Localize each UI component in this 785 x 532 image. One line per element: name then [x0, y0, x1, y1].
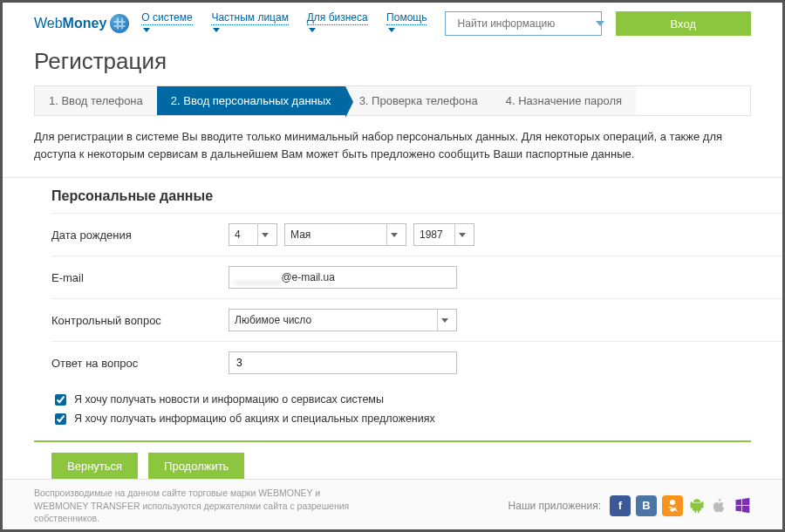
label-email: E-mail [51, 271, 222, 284]
select-question[interactable]: Любимое число [229, 309, 457, 331]
label-answer: Ответ на вопрос [51, 357, 222, 370]
brand-logo-icon [110, 14, 129, 33]
footer: Воспроизводимые на данном сайте торговые… [3, 479, 782, 529]
brand[interactable]: WebMoney [34, 14, 129, 33]
nav-personal-link[interactable]: Частным лицам [211, 11, 289, 25]
checkbox-news-input[interactable] [55, 394, 66, 406]
chevron-down-icon [386, 224, 400, 245]
row-question: Контрольный вопрос Любимое число [51, 298, 782, 341]
personal-data-panel: Персональные данные Дата рождения 4 Мая … [3, 177, 782, 432]
row-email: E-mail ________@e-mail.ua [51, 256, 782, 298]
email-masked-part: ________ [235, 271, 281, 283]
select-dob-month-value: Мая [290, 228, 311, 241]
facebook-icon[interactable]: f [610, 495, 631, 516]
app-icons: Наши приложения: f B [509, 495, 751, 516]
chevron-down-icon [388, 28, 395, 32]
vk-icon[interactable]: B [636, 495, 657, 516]
back-button[interactable]: Вернуться [51, 453, 138, 480]
apple-icon[interactable] [711, 496, 728, 515]
select-dob-year-value: 1987 [420, 228, 443, 241]
windows-icon[interactable] [734, 496, 751, 515]
action-buttons: Вернуться Продолжить [51, 453, 782, 480]
chevron-down-icon [213, 28, 220, 32]
row-dob: Дата рождения 4 Мая 1987 [51, 213, 782, 256]
nav-help-link[interactable]: Помощь [386, 11, 427, 25]
page-title: Регистрация [34, 48, 751, 75]
step-2[interactable]: 2. Ввод персональных данных [157, 86, 345, 115]
checkbox-promo-label: Я хочу получать информацию об акциях и с… [74, 410, 435, 428]
select-dob-day[interactable]: 4 [229, 223, 277, 246]
brand-text: WebMoney [34, 16, 106, 31]
label-question: Контрольный вопрос [51, 314, 222, 327]
brand-web: Web [34, 16, 63, 31]
android-icon[interactable] [688, 496, 706, 515]
checkbox-group: Я хочу получать новости и информацию о с… [51, 384, 782, 432]
nav-help[interactable]: Помощь [386, 11, 434, 36]
nav-about-link[interactable]: О системе [141, 11, 192, 25]
search-input[interactable] [456, 17, 590, 31]
login-button[interactable]: Вход [616, 11, 751, 36]
footer-copyright: Воспроизводимые на данном сайте торговые… [34, 487, 365, 524]
select-dob-year[interactable]: 1987 [413, 223, 474, 246]
chevron-down-icon[interactable] [596, 21, 604, 26]
select-dob-month[interactable]: Мая [284, 223, 406, 246]
checkbox-promo[interactable]: Я хочу получать информацию об акциях и с… [51, 410, 782, 428]
input-answer[interactable] [229, 351, 457, 374]
chevron-down-icon [143, 28, 150, 32]
brand-money: Money [63, 16, 107, 31]
chevron-down-icon [309, 28, 316, 32]
checkbox-promo-input[interactable] [55, 413, 66, 425]
apps-label: Наши приложения: [509, 500, 601, 512]
search-box[interactable] [445, 11, 602, 36]
checkbox-news[interactable]: Я хочу получать новости и информацию о с… [51, 391, 782, 409]
email-domain-part: @e-mail.ua [281, 271, 335, 283]
input-answer-field[interactable] [235, 356, 451, 370]
nav-business[interactable]: Для бизнеса [307, 11, 374, 36]
intro-text: Для регистрации в системе Вы вводите тол… [34, 128, 751, 163]
input-email[interactable]: ________@e-mail.ua [229, 266, 457, 289]
chevron-down-icon [454, 224, 468, 245]
svg-point-2 [670, 500, 675, 505]
continue-button[interactable]: Продолжить [148, 453, 244, 480]
top-bar: WebMoney О системе Частным лицам Для биз… [3, 3, 782, 43]
divider [34, 440, 751, 442]
select-question-value: Любимое число [235, 314, 311, 326]
nav-personal[interactable]: Частным лицам [211, 11, 294, 36]
label-dob: Дата рождения [51, 228, 222, 242]
steps-bar: 1. Ввод телефона 2. Ввод персональных да… [34, 85, 751, 116]
top-nav: О системе Частным лицам Для бизнеса Помо… [141, 11, 433, 36]
nav-business-link[interactable]: Для бизнеса [307, 11, 368, 25]
row-answer: Ответ на вопрос [51, 341, 782, 384]
step-4[interactable]: 4. Назначение пароля [492, 86, 636, 115]
select-dob-day-value: 4 [235, 228, 241, 241]
odnoklassniki-icon[interactable] [662, 495, 683, 516]
chevron-down-icon [257, 224, 271, 245]
nav-about[interactable]: О системе [141, 11, 199, 36]
step-1[interactable]: 1. Ввод телефона [35, 86, 157, 115]
chevron-down-icon [437, 310, 451, 331]
step-3[interactable]: 3. Проверка телефона [345, 86, 492, 115]
checkbox-news-label: Я хочу получать новости и информацию о с… [74, 391, 384, 409]
section-title: Персональные данные [51, 188, 782, 204]
